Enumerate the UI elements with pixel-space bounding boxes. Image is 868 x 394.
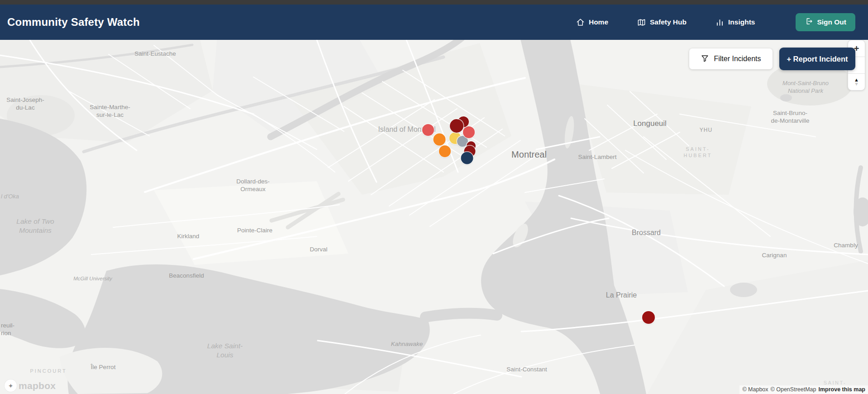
nav-item-insights[interactable]: Insights [715,18,755,27]
sign-out-button[interactable]: Sign Out [796,13,855,31]
report-incident-label: + Report Incident [787,55,848,63]
filter-incidents-button[interactable]: Filter Incidents [689,48,773,69]
filter-incidents-label: Filter Incidents [714,55,761,63]
incident-marker[interactable] [439,145,451,157]
nav-item-safety-hub[interactable]: Safety Hub [637,18,687,27]
incident-marker[interactable] [642,311,655,324]
bar-chart-icon [715,18,724,27]
incident-marker[interactable] [463,126,475,138]
mapbox-compass-icon: ✦ [5,380,17,392]
app-title: Community Safety Watch [7,16,140,29]
nav-item-label: Safety Hub [650,18,687,26]
incident-marker[interactable] [434,134,446,146]
sign-out-label: Sign Out [817,18,846,26]
nav-item-home[interactable]: Home [576,18,608,27]
nav-item-label: Insights [728,18,755,26]
main-nav: Home Safety Hub Insights Sign Out [576,5,855,40]
mapbox-attribution-link[interactable]: © Mapbox [742,386,768,393]
funnel-icon [701,54,709,64]
app-header: Community Safety Watch Home Safety Hub I… [0,5,868,40]
map-icon [637,18,646,27]
pitch-toggle-button[interactable]: ▲ ▼ [848,73,865,90]
osm-attribution-link[interactable]: © OpenStreetMap [771,386,816,393]
mapbox-wordmark: mapbox [19,380,56,391]
window-top-strip [0,0,868,5]
sign-out-icon [805,17,813,27]
incident-marker[interactable] [450,119,463,133]
report-incident-button[interactable]: + Report Incident [779,48,855,70]
triangle-down-icon: ▼ [854,82,859,86]
incident-marker[interactable] [422,124,434,136]
improve-map-link[interactable]: Improve this map [819,386,866,393]
mapbox-logo[interactable]: ✦ mapbox [5,380,56,392]
map-attribution: © Mapbox © OpenStreetMap Improve this ma… [739,385,868,394]
nav-item-label: Home [589,18,608,26]
home-icon [576,18,585,27]
incident-marker[interactable] [461,152,473,164]
